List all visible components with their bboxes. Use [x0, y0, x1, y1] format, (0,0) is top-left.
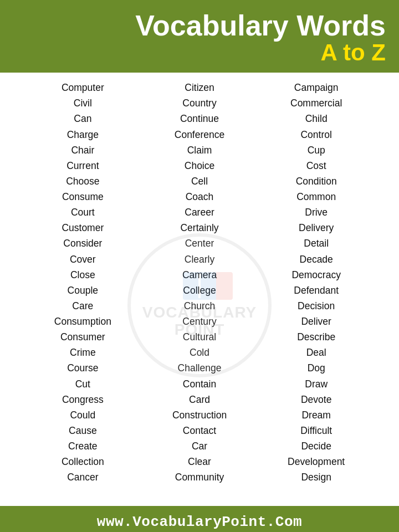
word-item: Campaign — [294, 80, 339, 95]
word-item: Charge — [67, 127, 99, 142]
word-item: Cell — [191, 174, 208, 189]
word-item: Drive — [305, 205, 328, 220]
word-item: Create — [68, 439, 98, 454]
word-item: Clear — [188, 454, 211, 469]
word-item: Congress — [62, 392, 104, 407]
word-item: Consumption — [54, 314, 111, 329]
word-item: Clearly — [185, 252, 214, 267]
word-item: Customer — [62, 221, 104, 236]
word-item: Claim — [187, 143, 212, 158]
word-item: Contact — [183, 423, 216, 438]
word-item: Center — [185, 236, 214, 251]
word-item: Dog — [308, 361, 325, 376]
main-content: VOCABULARYPOINT ComputerCivilCanChargeCh… — [0, 73, 399, 532]
word-item: Common — [296, 190, 336, 204]
word-item: Control — [300, 127, 331, 142]
footer: www.VocabularyPoint.Com — [0, 506, 399, 532]
word-item: Cup — [308, 143, 325, 158]
word-item: Coach — [186, 190, 214, 204]
word-item: Democracy — [291, 268, 341, 283]
word-item: Camera — [182, 268, 217, 283]
word-item: Computer — [62, 80, 104, 95]
word-item: Consumer — [60, 330, 105, 345]
word-item: Close — [70, 268, 95, 283]
word-item: Deal — [306, 345, 326, 360]
word-item: Commercial — [290, 96, 342, 111]
word-item: Cut — [75, 377, 90, 392]
word-item: Describe — [297, 330, 335, 345]
word-item: Delivery — [299, 221, 334, 236]
word-item: Detail — [304, 236, 329, 251]
header-title: Vocabulary Words — [13, 10, 386, 42]
word-item: Consider — [63, 236, 102, 251]
word-item: Decide — [301, 439, 331, 454]
words-area: VOCABULARYPOINT ComputerCivilCanChargeCh… — [0, 73, 399, 532]
word-item: Cause — [69, 423, 97, 438]
column-2: CitizenCountryContinueConferenceClaimCho… — [141, 80, 258, 485]
word-item: Draw — [305, 377, 328, 392]
word-item: Construction — [172, 408, 227, 423]
word-item: Chair — [71, 143, 94, 158]
column-1: ComputerCivilCanChargeChairCurrentChoose… — [24, 80, 141, 485]
word-item: Cultural — [183, 330, 216, 345]
word-item: Citizen — [185, 80, 214, 95]
word-item: Cover — [70, 252, 96, 267]
word-item: Century — [182, 314, 216, 329]
word-item: Care — [72, 299, 93, 314]
word-item: Civil — [74, 96, 92, 111]
word-item: Challenge — [178, 361, 222, 376]
footer-url: www.VocabularyPoint.Com — [97, 514, 302, 530]
word-item: Current — [66, 158, 99, 173]
word-item: Choice — [185, 158, 214, 173]
word-item: Design — [301, 470, 331, 485]
word-item: Condition — [296, 174, 337, 189]
word-item: Contain — [183, 377, 216, 392]
word-item: Card — [189, 392, 210, 407]
word-item: Court — [71, 205, 95, 220]
word-columns: ComputerCivilCanChargeChairCurrentChoose… — [13, 80, 386, 485]
word-item: Collection — [62, 454, 104, 469]
word-item: Defendant — [294, 283, 339, 298]
word-item: Decade — [300, 252, 333, 267]
word-item: Couple — [68, 283, 98, 298]
word-item: Cancer — [67, 470, 98, 485]
header-subtitle: A to Z — [13, 39, 386, 66]
word-item: Car — [192, 439, 207, 454]
word-item: Cold — [190, 345, 209, 360]
word-item: Cost — [306, 158, 326, 173]
word-item: Crime — [70, 345, 96, 360]
word-item: Country — [182, 96, 216, 111]
word-item: Continue — [180, 111, 219, 126]
word-item: Development — [288, 454, 345, 469]
word-item: Could — [70, 408, 95, 423]
word-item: Church — [184, 299, 215, 314]
word-item: Can — [74, 111, 91, 126]
word-item: Decision — [298, 299, 335, 314]
word-item: Dream — [301, 408, 331, 423]
word-item: Community — [175, 470, 224, 485]
word-item: Certainly — [180, 221, 218, 236]
word-item: Consume — [62, 190, 104, 204]
word-item: Child — [305, 111, 328, 126]
word-item: Choose — [66, 174, 99, 189]
word-item: Conference — [175, 127, 224, 142]
word-item: Deliver — [301, 314, 331, 329]
word-item: Devote — [301, 392, 331, 407]
word-item: Difficult — [300, 423, 332, 438]
header: Vocabulary Words A to Z — [0, 0, 399, 73]
word-item: Career — [185, 205, 214, 220]
word-item: College — [183, 283, 216, 298]
column-3: CampaignCommercialChildControlCupCostCon… — [258, 80, 375, 485]
word-item: Course — [67, 361, 98, 376]
